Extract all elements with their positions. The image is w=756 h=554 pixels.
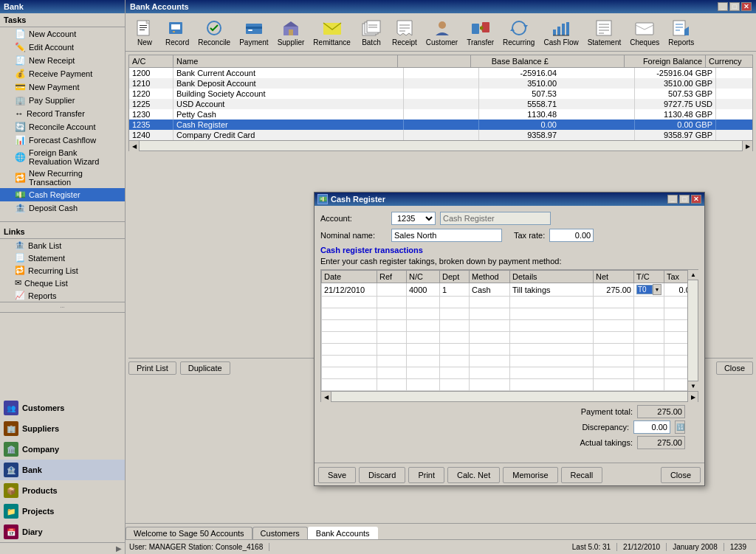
tab-bank-accounts[interactable]: Bank Accounts [308, 527, 378, 540]
sidebar-item-pay-supplier[interactable]: 🏢 Pay Supplier [0, 94, 125, 107]
toolbar-supplier-button[interactable]: Supplier [274, 15, 309, 49]
dialog-maximize-button[interactable]: □ [679, 195, 690, 204]
dialog-close-button[interactable]: Close [661, 467, 701, 483]
table-v-scrollbar[interactable]: ▲ ▼ [687, 270, 698, 391]
sidebar-link-reports[interactable]: 📈 Reports [0, 289, 125, 302]
method-input[interactable] [472, 285, 507, 294]
dialog-scroll-left[interactable]: ◀ [321, 392, 331, 402]
account-list-body[interactable]: 1200 Bank Current Account -25916.04 -259… [128, 67, 753, 141]
toolbar-cheques-button[interactable]: Cheques [626, 15, 663, 49]
memorise-button[interactable]: Memorise [503, 467, 557, 483]
nc-input[interactable] [409, 285, 437, 294]
tab-welcome[interactable]: Welcome to Sage 50 Accounts [126, 527, 252, 539]
nav-expand[interactable]: ▶ [0, 542, 125, 554]
details-input[interactable] [512, 285, 591, 294]
cell-dept[interactable] [440, 283, 470, 297]
bank-minimize-button[interactable]: _ [718, 2, 728, 11]
cell-details[interactable] [510, 283, 594, 297]
sidebar-item-new-receipt[interactable]: 🧾 New Receipt [0, 54, 125, 67]
sidebar-item-reconcile-account[interactable]: 🔄 Reconcile Account [0, 120, 125, 134]
toolbar-customer-button[interactable]: Customer [422, 15, 461, 49]
calc-net-button[interactable]: Calc. Net [447, 467, 500, 483]
ref-input[interactable] [379, 285, 404, 294]
scroll-v-track[interactable] [688, 280, 698, 381]
nav-item-customers[interactable]: 👥 Customers [0, 398, 125, 418]
nominal-name-field[interactable] [391, 229, 502, 242]
toolbar-cashflow-button[interactable]: Cash Flow [540, 15, 582, 49]
print-list-button[interactable]: Print List [128, 361, 176, 375]
scroll-down-button[interactable]: ▼ [688, 381, 698, 391]
dept-input[interactable] [442, 285, 467, 294]
scroll-left-button[interactable]: ◀ [129, 141, 140, 151]
sidebar-item-receive-payment[interactable]: 💰 Receive Payment [0, 67, 125, 80]
toolbar-statement-button[interactable]: Statement [584, 15, 625, 49]
close-button[interactable]: Close [716, 361, 753, 375]
toolbar-receipt-button[interactable]: Receipt [388, 15, 421, 49]
toolbar-new-button[interactable]: New [129, 15, 160, 49]
net-input[interactable] [596, 285, 631, 294]
tab-customers[interactable]: Customers [252, 527, 308, 539]
sidebar-item-deposit-cash[interactable]: 🏦 Deposit Cash [0, 201, 125, 215]
date-input[interactable] [324, 285, 374, 294]
sidebar-item-edit-account[interactable]: ✏️ Edit Account [0, 41, 125, 54]
nav-item-bank[interactable]: 🏦 Bank [0, 460, 125, 480]
table-row[interactable]: 1225 USD Account 5558.71 9727.75 USD [129, 99, 752, 109]
sidebar-link-recurring-list[interactable]: 🔁 Recurring List [0, 264, 125, 277]
table-row[interactable]: ▼ [322, 283, 698, 297]
table-row[interactable]: 1230 Petty Cash 1130.48 1130.48 GBP [129, 109, 752, 120]
toolbar-payment-button[interactable]: Payment [236, 15, 272, 49]
account-name-field[interactable] [440, 212, 551, 225]
sidebar-link-cheque-list[interactable]: ✉ Cheque List [0, 277, 125, 289]
toolbar-reports-button[interactable]: Reports [664, 15, 698, 49]
discrepancy-input[interactable] [633, 420, 670, 434]
toolbar-batch-button[interactable]: Batch [356, 15, 387, 49]
table-row[interactable]: 1235 Cash Register 0.00 0.00 GBP [129, 120, 752, 130]
sidebar-item-new-payment[interactable]: 💳 New Payment [0, 80, 125, 94]
cell-date[interactable] [322, 283, 377, 297]
save-button[interactable]: Save [318, 467, 356, 483]
toolbar-remittance-button[interactable]: Remittance [309, 15, 354, 49]
recall-button[interactable]: Recall [561, 467, 603, 483]
table-row[interactable]: 1240 Company Credit Card 9358.97 9358.97… [129, 130, 752, 140]
bank-maximize-button[interactable]: □ [729, 2, 740, 11]
dialog-minimize-button[interactable]: _ [667, 195, 678, 204]
table-row[interactable]: 1220 Building Society Account 507.53 507… [129, 89, 752, 99]
tc-dropdown-button[interactable]: ▼ [653, 284, 662, 295]
cell-nc[interactable] [407, 283, 440, 297]
toolbar-transfer-button[interactable]: Transfer [463, 15, 498, 49]
cell-net[interactable] [594, 283, 634, 297]
sidebar-item-forecast-cashflow[interactable]: 📊 Forecast Cashflow [0, 134, 125, 147]
sidebar-expand[interactable]: ··· [0, 302, 125, 313]
toolbar-reconcile-button[interactable]: Reconcile [194, 15, 234, 49]
duplicate-button[interactable]: Duplicate [180, 361, 230, 375]
sidebar-item-foreign-bank[interactable]: 🌐 Foreign Bank Revaluation Wizard [0, 147, 125, 167]
nav-item-company[interactable]: 🏛️ Company [0, 439, 125, 460]
nav-item-suppliers[interactable]: 🏢 Suppliers [0, 418, 125, 439]
sidebar-item-new-recurring[interactable]: 🔁 New Recurring Transaction [0, 167, 125, 188]
bank-close-button[interactable]: ✕ [741, 2, 752, 11]
discard-button[interactable]: Discard [359, 467, 405, 483]
tax-rate-field[interactable] [549, 229, 594, 242]
sidebar-item-record-transfer[interactable]: ↔ Record Transfer [0, 107, 125, 120]
scroll-up-button[interactable]: ▲ [688, 270, 698, 280]
dialog-scroll-track[interactable] [331, 392, 687, 401]
print-button[interactable]: Print [408, 467, 444, 483]
sidebar-link-bank-list[interactable]: 🏦 Bank List [0, 239, 125, 252]
cell-method[interactable] [470, 283, 510, 297]
scroll-right-button[interactable]: ▶ [742, 141, 752, 151]
h-scrollbar[interactable]: ◀ ▶ [128, 141, 753, 151]
nav-item-diary[interactable]: 📅 Diary [0, 522, 125, 542]
nav-item-projects[interactable]: 📁 Projects [0, 501, 125, 522]
discrepancy-calc-icon[interactable]: 🔢 [675, 420, 685, 434]
dialog-scroll-right[interactable]: ▶ [687, 392, 698, 402]
sidebar-link-statement[interactable]: 📃 Statement [0, 252, 125, 264]
cell-tc[interactable]: ▼ [634, 283, 664, 297]
sidebar-item-cash-register[interactable]: 💵 Cash Register [0, 188, 125, 201]
toolbar-record-button[interactable]: Record [162, 15, 193, 49]
table-row[interactable]: 1210 Bank Deposit Account 3510.00 3510.0… [129, 78, 752, 89]
tc-input[interactable] [636, 285, 653, 294]
nav-item-products[interactable]: 📦 Products [0, 480, 125, 501]
scroll-track[interactable] [140, 141, 742, 150]
cell-ref[interactable] [377, 283, 407, 297]
sidebar-item-new-account[interactable]: 📄 New Account [0, 27, 125, 41]
